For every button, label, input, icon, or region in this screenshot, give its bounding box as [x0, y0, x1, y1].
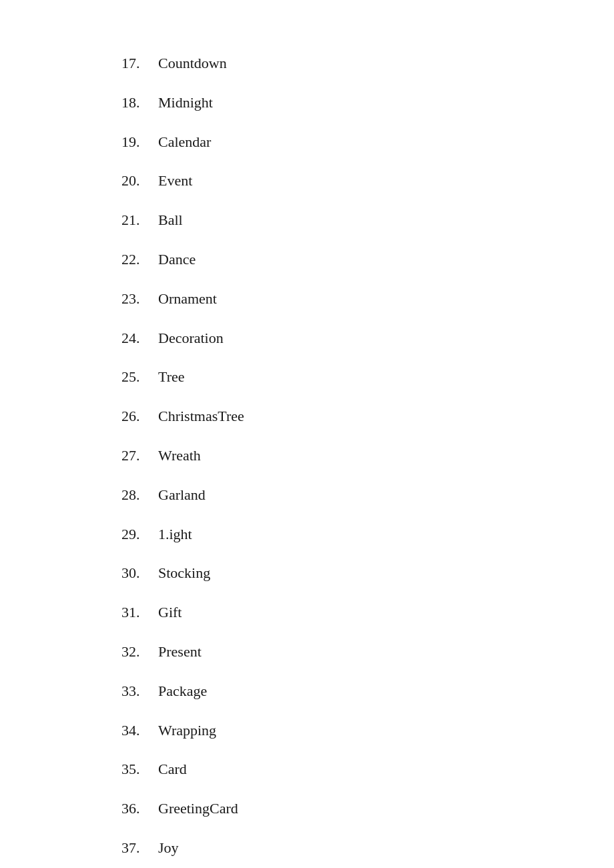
item-text: Calendar	[158, 132, 211, 153]
item-number: 31.	[121, 602, 158, 623]
item-text: Joy	[158, 838, 179, 859]
item-number: 36.	[121, 799, 158, 819]
item-text: Gift	[158, 602, 182, 623]
item-text: Tree	[158, 367, 185, 388]
item-number: 28.	[121, 485, 158, 506]
list-item: 19.Calendar	[121, 132, 614, 153]
item-number: 32.	[121, 642, 158, 663]
list-item: 33.Package	[121, 681, 614, 702]
item-text: Wrapping	[158, 721, 216, 741]
item-text: Package	[158, 681, 207, 702]
list-item: 29.1.ight	[121, 524, 614, 545]
item-text: Card	[158, 759, 187, 780]
item-number: 33.	[121, 681, 158, 702]
item-number: 17.	[121, 53, 158, 74]
list-item: 20.Event	[121, 171, 614, 191]
item-text: ChristmasTree	[158, 406, 244, 427]
list-item: 26.ChristmasTree	[121, 406, 614, 427]
item-text: Ornament	[158, 289, 217, 310]
list-item: 30.Stocking	[121, 563, 614, 584]
item-text: Decoration	[158, 328, 224, 349]
item-text: Ball	[158, 210, 183, 231]
list-item: 22.Dance	[121, 250, 614, 270]
list-item: 37.Joy	[121, 838, 614, 859]
list-item: 21.Ball	[121, 210, 614, 231]
list-item: 25.Tree	[121, 367, 614, 388]
item-number: 19.	[121, 132, 158, 153]
item-text: Wreath	[158, 446, 201, 466]
item-text: Event	[158, 171, 192, 191]
item-text: Midnight	[158, 93, 213, 113]
item-number: 29.	[121, 524, 158, 545]
item-number: 23.	[121, 289, 158, 310]
item-number: 22.	[121, 250, 158, 270]
list-item: 18.Midnight	[121, 93, 614, 113]
item-number: 35.	[121, 759, 158, 780]
item-number: 24.	[121, 328, 158, 349]
list-item: 35.Card	[121, 759, 614, 780]
item-number: 34.	[121, 721, 158, 741]
item-text: Present	[158, 642, 202, 663]
list-item: 24.Decoration	[121, 328, 614, 349]
list-item: 36.GreetingCard	[121, 799, 614, 819]
list-item: 34.Wrapping	[121, 721, 614, 741]
item-number: 37.	[121, 838, 158, 859]
item-text: Stocking	[158, 563, 210, 584]
item-number: 26.	[121, 406, 158, 427]
list-item: 17.Countdown	[121, 53, 614, 74]
list-item: 23.Ornament	[121, 289, 614, 310]
list-item: 28.Garland	[121, 485, 614, 506]
item-text: 1.ight	[158, 524, 192, 545]
item-text: GreetingCard	[158, 799, 238, 819]
list-item: 31.Gift	[121, 602, 614, 623]
list-item: 32.Present	[121, 642, 614, 663]
item-number: 25.	[121, 367, 158, 388]
item-number: 18.	[121, 93, 158, 113]
item-text: Garland	[158, 485, 206, 506]
numbered-list: 17.Countdown18.Midnight19.Calendar20.Eve…	[0, 0, 614, 868]
list-item: 27.Wreath	[121, 446, 614, 466]
item-number: 27.	[121, 446, 158, 466]
item-number: 20.	[121, 171, 158, 191]
item-text: Countdown	[158, 53, 227, 74]
item-text: Dance	[158, 250, 196, 270]
item-number: 30.	[121, 563, 158, 584]
item-number: 21.	[121, 210, 158, 231]
